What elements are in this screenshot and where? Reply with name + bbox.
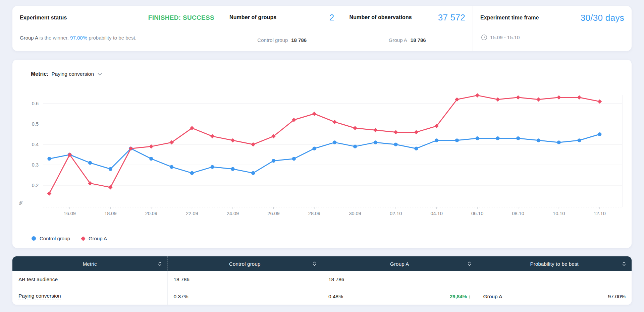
sort-icon[interactable] [158, 261, 162, 266]
control-group-size-label: Control group [257, 37, 288, 43]
results-table: Metric Control group Group A Probability… [12, 256, 632, 305]
group-a-size-value: 18 786 [411, 37, 426, 43]
svg-text:0.4: 0.4 [32, 142, 39, 147]
svg-text:0.3: 0.3 [32, 162, 39, 168]
cell-group-a: 18 786 [322, 271, 477, 288]
svg-text:0.5: 0.5 [32, 121, 39, 127]
cell-probability [477, 271, 632, 288]
svg-text:02.10: 02.10 [390, 211, 402, 216]
svg-text:08.10: 08.10 [512, 211, 524, 216]
table-header-row: Metric Control group Group A Probability… [12, 256, 632, 271]
timeframe-value: 30/30 days [581, 13, 624, 23]
winner-group-name: Group A [20, 35, 38, 41]
column-header-metric[interactable]: Metric [12, 256, 167, 271]
sort-icon[interactable] [622, 261, 626, 266]
cell-group-a: 0.48% 29,84% ↑ [322, 288, 477, 305]
column-header-probability[interactable]: Probability to be best [477, 256, 632, 271]
groups-observations-card: Number of groups 2 Number of observation… [222, 6, 473, 51]
svg-text:24.09: 24.09 [227, 211, 239, 216]
metric-dropdown[interactable]: Paying conversion [51, 71, 94, 77]
svg-text:26.09: 26.09 [267, 211, 279, 216]
legend-item-control-group[interactable]: Control group [32, 236, 70, 241]
svg-text:22.09: 22.09 [186, 211, 198, 216]
number-of-observations: Number of observations 37 572 [342, 6, 473, 29]
column-header-group-a[interactable]: Group A [322, 256, 477, 271]
number-of-groups: Number of groups 2 [222, 6, 342, 29]
winner-probability: 97.00% [70, 35, 87, 41]
uplift-badge: 29,84% ↑ [450, 294, 471, 299]
cell-metric: AB test audience [12, 271, 167, 288]
svg-text:20.09: 20.09 [145, 211, 157, 216]
svg-text:06.10: 06.10 [471, 211, 483, 216]
group-a-marker-icon [81, 236, 86, 241]
svg-text:28.09: 28.09 [308, 211, 320, 216]
svg-text:18.09: 18.09 [104, 211, 116, 216]
control-group-size: Control group 18 786 [222, 37, 342, 43]
svg-text:12.10: 12.10 [594, 211, 606, 216]
conversion-line-chart: 0.60.50.40.30.216.0918.0920.0922.0924.09… [12, 80, 632, 235]
control-group-size-value: 18 786 [291, 37, 307, 43]
svg-text:%: % [18, 201, 23, 205]
sort-icon[interactable] [313, 261, 316, 266]
control-group-marker-icon [32, 236, 36, 241]
cell-probability: Group A 97.00% [477, 288, 632, 305]
number-of-observations-value: 37 572 [438, 12, 465, 23]
svg-text:16.09: 16.09 [64, 211, 76, 216]
experiment-status-card: Experiment status FINISHED: SUCCESS Grou… [12, 6, 222, 51]
timeframe-card: Experiment time frame 30/30 days 15.09 -… [473, 6, 632, 51]
group-a-size: Group A 18 786 [342, 37, 473, 43]
group-a-size-label: Group A [389, 37, 407, 43]
chart-panel: Metric: Paying conversion 0.60.50.40.30.… [12, 60, 632, 248]
experiment-status-label: Experiment status [20, 15, 67, 21]
metric-label: Metric: [31, 71, 48, 77]
column-header-control-group[interactable]: Control group [167, 256, 322, 271]
winner-text-end: probability to be best. [87, 35, 137, 41]
chevron-down-icon[interactable] [98, 73, 102, 76]
legend-label-control-group: Control group [40, 236, 70, 241]
legend-label-group-a: Group A [89, 236, 107, 241]
legend-item-group-a[interactable]: Group A [82, 236, 107, 241]
table-row: AB test audience 18 786 18 786 [12, 271, 632, 288]
number-of-groups-label: Number of groups [229, 14, 276, 20]
experiment-status-value: FINISHED: SUCCESS [148, 14, 214, 21]
chart-legend: Control group Group A [12, 236, 632, 241]
number-of-groups-value: 2 [329, 12, 334, 23]
cell-control: 0.37% [167, 288, 322, 305]
winner-text: is the winner. [38, 35, 70, 41]
cell-control: 18 786 [167, 271, 322, 288]
svg-text:30.09: 30.09 [349, 211, 361, 216]
svg-text:0.2: 0.2 [32, 183, 39, 188]
sort-icon[interactable] [468, 261, 471, 266]
winner-summary: Group A is the winner. 97.00% probabilit… [20, 35, 214, 41]
timeframe-range: 15.09 - 15.10 [490, 35, 520, 40]
clock-icon [481, 34, 487, 41]
number-of-observations-label: Number of observations [350, 14, 412, 20]
svg-text:0.6: 0.6 [32, 101, 39, 106]
timeframe-label: Experiment time frame [480, 15, 539, 21]
cell-metric: Paying conversion [12, 288, 167, 305]
table-row: Paying conversion 0.37% 0.48% 29,84% ↑ G… [12, 288, 632, 305]
summary-cards: Experiment status FINISHED: SUCCESS Grou… [12, 6, 632, 51]
svg-text:10.10: 10.10 [553, 211, 565, 216]
svg-text:04.10: 04.10 [430, 211, 442, 216]
